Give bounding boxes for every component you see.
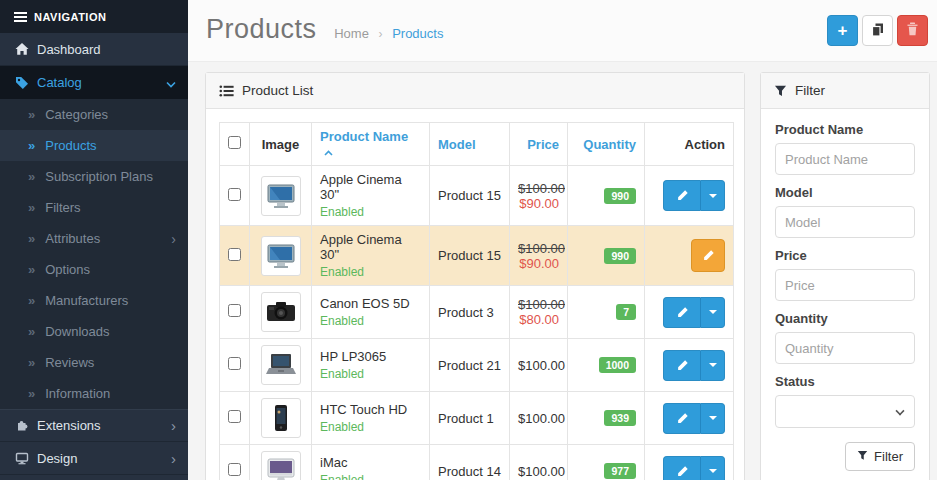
row-checkbox[interactable] (228, 188, 241, 201)
add-product-button[interactable]: + (827, 15, 858, 46)
sidebar-item-categories[interactable]: »Categories (0, 99, 188, 130)
breadcrumb-current[interactable]: Products (392, 26, 443, 41)
select-all-checkbox[interactable] (228, 136, 241, 149)
sidebar-item-reviews[interactable]: »Reviews (0, 347, 188, 378)
sidebar-item-filters[interactable]: »Filters (0, 192, 188, 223)
product-image-apple-cinema (261, 176, 301, 216)
breadcrumb: Home › Products (334, 26, 443, 41)
edit-dropdown-toggle[interactable] (700, 297, 725, 328)
sidebar-item-downloads[interactable]: »Downloads (0, 316, 188, 347)
row-checkbox[interactable] (228, 248, 241, 261)
double-angle-icon: » (28, 386, 35, 401)
filter-quantity-input[interactable] (775, 332, 915, 364)
filter-status-select[interactable] (775, 395, 915, 428)
navigation-label: NAVIGATION (34, 11, 106, 23)
row-checkbox[interactable] (228, 357, 241, 370)
quantity-badge: 990 (604, 248, 636, 264)
sidebar-item-label: Subscription Plans (45, 169, 153, 184)
sidebar-item-extensions[interactable]: Extensions › (0, 409, 188, 442)
column-action: Action (645, 123, 734, 166)
row-checkbox[interactable] (228, 410, 241, 423)
filter-model-input[interactable] (775, 206, 915, 238)
row-checkbox[interactable] (228, 463, 241, 476)
product-image-phone (261, 398, 301, 438)
admin-app: NAVIGATION Dashboard Catalog »Categories… (0, 0, 937, 480)
product-name: Canon EOS 5D (320, 296, 421, 311)
product-list-panel: Product List Image Product Name Model (205, 72, 745, 480)
sidebar-item-label: Reviews (45, 355, 94, 370)
sidebar-item-label: Dashboard (37, 42, 101, 57)
sidebar-item-label: Options (45, 262, 90, 277)
quantity-badge: 939 (604, 410, 636, 426)
edit-button[interactable] (663, 456, 700, 480)
sidebar-item-options[interactable]: »Options (0, 254, 188, 285)
main-area: Products Home › Products + (188, 0, 937, 480)
quantity-badge: 1000 (599, 357, 636, 373)
double-angle-icon: » (28, 169, 35, 184)
sidebar-item-design[interactable]: Design › (0, 442, 188, 475)
edit-dropdown-toggle[interactable] (700, 403, 725, 434)
chevron-right-icon: › (171, 451, 176, 466)
edit-button[interactable] (663, 180, 700, 211)
caret-down-icon (709, 310, 717, 314)
page-header: Products Home › Products + (188, 0, 937, 62)
table-row: Canon EOS 5DEnabled Product 3 $100.00$80… (220, 286, 734, 339)
filter-product-name-input[interactable] (775, 143, 915, 175)
edit-button-active[interactable] (691, 239, 725, 272)
sidebar-item-information[interactable]: »Information (0, 378, 188, 409)
edit-dropdown-toggle[interactable] (700, 456, 725, 480)
sidebar-item-catalog[interactable]: Catalog (0, 66, 188, 99)
product-image-apple-cinema (261, 236, 301, 276)
filter-button-label: Filter (874, 449, 903, 464)
filter-footer: Filter (775, 442, 915, 471)
filter-label-price: Price (775, 248, 915, 263)
product-name: Apple Cinema 30" (320, 172, 421, 202)
product-price: $100.00 (510, 392, 568, 445)
product-model: Product 15 (430, 226, 510, 286)
edit-dropdown-toggle[interactable] (700, 180, 725, 211)
edit-button[interactable] (663, 350, 700, 381)
product-status: Enabled (320, 473, 421, 480)
column-product-name[interactable]: Product Name (312, 123, 430, 166)
sidebar-item-subscription-plans[interactable]: »Subscription Plans (0, 161, 188, 192)
sidebar-item-dashboard[interactable]: Dashboard (0, 33, 188, 66)
price-old: $100.00 (518, 181, 559, 196)
breadcrumb-home[interactable]: Home (334, 26, 369, 41)
copy-button[interactable] (862, 15, 893, 46)
table-row: iMacEnabled Product 14 $100.00 977 (220, 445, 734, 480)
hamburger-icon (14, 10, 27, 24)
sidebar-item-manufacturers[interactable]: »Manufacturers (0, 285, 188, 316)
breadcrumb-separator: › (379, 27, 383, 41)
sidebar-item-label: Products (45, 138, 96, 153)
edit-button[interactable] (663, 297, 700, 328)
puzzle-icon (15, 419, 37, 433)
list-icon (219, 84, 234, 98)
table-row: HP LP3065Enabled Product 21 $100.00 1000 (220, 339, 734, 392)
sidebar-item-products[interactable]: »Products (0, 130, 188, 161)
product-status: Enabled (320, 205, 421, 219)
edit-dropdown-toggle[interactable] (700, 350, 725, 381)
column-quantity[interactable]: Quantity (568, 123, 645, 166)
plus-icon: + (838, 21, 848, 41)
edit-button[interactable] (663, 403, 700, 434)
price-special: $90.00 (518, 196, 559, 211)
product-price: $100.00 (510, 445, 568, 480)
product-status: Enabled (320, 265, 421, 279)
product-price: $100.00 (510, 339, 568, 392)
product-image-imac (261, 451, 301, 480)
filter-price-input[interactable] (775, 269, 915, 301)
table-row: HTC Touch HDEnabled Product 1 $100.00 93… (220, 392, 734, 445)
row-checkbox[interactable] (228, 304, 241, 317)
sidebar-item-label: Attributes (45, 231, 100, 246)
product-table: Image Product Name Model Price Quantity … (219, 122, 734, 480)
filter-label-quantity: Quantity (775, 311, 915, 326)
delete-button[interactable] (897, 15, 928, 46)
sidebar-item-attributes[interactable]: »Attributes› (0, 223, 188, 254)
filter-button[interactable]: Filter (845, 442, 915, 471)
chevron-right-icon: › (171, 231, 176, 247)
product-image-laptop (261, 345, 301, 385)
column-price[interactable]: Price (510, 123, 568, 166)
product-name: HP LP3065 (320, 349, 421, 364)
column-model[interactable]: Model (430, 123, 510, 166)
sidebar-item-label: Design (37, 451, 77, 466)
